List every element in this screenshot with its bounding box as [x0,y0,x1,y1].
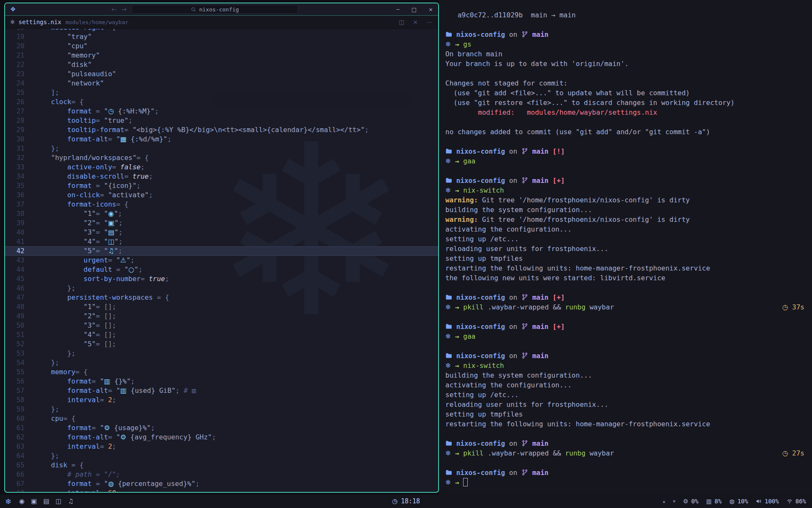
code-line-27[interactable]: 27 format = "◷ {:%H:%M}"; [5,107,438,116]
code-line-48[interactable]: 48 "1"= []; [5,302,438,312]
code-line-20[interactable]: 20 "cpu" [5,41,438,51]
code-line-65[interactable]: 65 disk = { [5,461,438,470]
code-line-52[interactable]: 52 "5"= []; [5,340,438,349]
code-line-66[interactable]: 66 # path = "/"; [5,470,438,479]
line-text: # path = "/"; [35,470,120,479]
code-line-39[interactable]: 39 "2"= "▣"; [5,218,438,228]
maximize-button[interactable]: □ [411,6,417,13]
code-line-18[interactable]: 18 modules-right= [ [5,29,438,32]
code-line-53[interactable]: 53 }; [5,349,438,358]
code-line-34[interactable]: 34 disable-scroll= true; [5,172,438,181]
code-line-24[interactable]: 24 "network" [5,79,438,88]
clock-time: 18:18 [401,497,420,505]
cpu-module[interactable]: ⚙0% [683,498,698,505]
close-button[interactable]: × [428,6,433,13]
code-line-19[interactable]: 19 "tray" [5,32,438,41]
code-line-37[interactable]: 37 format-icons= { [5,200,438,209]
code-line-54[interactable]: 54 }; [5,358,438,367]
code-line-51[interactable]: 51 "4"= []; [5,330,438,340]
memory-module[interactable]: ▥8% [706,498,721,505]
code-line-43[interactable]: 43 urgent= "⚠"; [5,256,438,265]
tray-icon-1[interactable]: ▴ [663,498,665,504]
clock-module[interactable]: ◷ 18:18 [392,497,420,505]
line-number: 44 [5,265,25,274]
terminal-line [445,458,806,468]
more-options-icon[interactable]: ⋯ [426,19,432,25]
code-line-68[interactable]: 68 interval= 60; [5,489,438,492]
code-line-38[interactable]: 38 "1"= "◉"; [5,209,438,218]
terminal-line: ❄ → gaa [445,156,806,166]
line-number: 25 [5,88,25,97]
split-editor-icon[interactable]: ◫ [399,19,404,25]
code-line-25[interactable]: 25 ]; [5,88,438,97]
minimize-button[interactable]: ─ [396,6,400,13]
code-line-67[interactable]: 67 format = "◍ {percentage_used}%"; [5,479,438,489]
code-line-57[interactable]: 57 format-alt= "▥ {used} GiB"; # ▥ [5,386,438,395]
code-area[interactable]: 18 modules-right= [19 "tray"20 "cpu"21 "… [5,29,438,492]
network-value: 86% [796,498,806,505]
line-number: 39 [5,218,25,228]
back-icon[interactable]: ← [111,6,116,13]
tab-close-icon[interactable]: × [413,19,418,25]
terminal-line: warning: Git tree '/home/frostphoenix/ni… [445,195,806,205]
code-line-64[interactable]: 64 }; [5,451,438,461]
flake-icon: ❄ [445,362,451,370]
code-line-30[interactable]: 30 format-alt= "▦ {:%d/%m}"; [5,135,438,144]
line-text: urgent= "⚠"; [35,256,134,265]
disk-module[interactable]: ◍10% [729,498,748,505]
code-line-50[interactable]: 50 "3"= []; [5,321,438,330]
line-text: "hyprland/workspaces"= { [35,153,149,163]
workspace-1[interactable]: ◉ [19,497,25,505]
command-duration: ◷ 37s [782,302,805,312]
line-number: 32 [5,153,25,163]
code-line-60[interactable]: 60 cpu= { [5,414,438,423]
pulseaudio-module[interactable]: 100% [756,498,779,505]
tab-settings-nix[interactable]: ❄ settings.nix modules/home/waybar [10,19,129,25]
line-number: 26 [5,97,25,107]
search-icon [191,7,196,12]
network-module[interactable]: 86% [787,498,806,505]
project-search[interactable]: nixos-config [132,5,298,14]
code-line-33[interactable]: 33 active-only= false; [5,163,438,172]
code-line-23[interactable]: 23 "pulseaudio" [5,69,438,79]
code-line-40[interactable]: 40 "3"= "▤"; [5,228,438,237]
flake-icon: ❄ [445,186,451,194]
line-number: 43 [5,256,25,265]
workspace-2[interactable]: ▣ [31,497,37,505]
code-line-46[interactable]: 46 }; [5,284,438,293]
code-line-21[interactable]: 21 "memory" [5,51,438,60]
code-line-61[interactable]: 61 format= "⚙ {usage}%"; [5,423,438,433]
code-line-29[interactable]: 29 tooltip-format= "<big>{:%Y %B}</big>\… [5,125,438,135]
nixos-flake-icon[interactable]: ❄ [5,497,11,506]
code-line-62[interactable]: 62 format-alt= "⚙ {avg_frequency} GHz"; [5,433,438,442]
code-line-49[interactable]: 49 "2"= []; [5,312,438,321]
code-line-47[interactable]: 47 persistent-workspaces = { [5,293,438,302]
workspace-5[interactable]: ♫ [68,497,74,505]
line-text: "1"= []; [35,302,116,312]
code-line-22[interactable]: 22 "disk" [5,60,438,69]
code-line-58[interactable]: 58 interval= 2; [5,395,438,405]
code-line-26[interactable]: 26 clock= { [5,97,438,107]
line-number: 40 [5,228,25,237]
code-line-44[interactable]: 44 default = "○"; [5,265,438,274]
code-line-59[interactable]: 59 }; [5,405,438,414]
code-line-32[interactable]: 32 "hyprland/workspaces"= { [5,153,438,163]
code-line-36[interactable]: 36 on-click= "activate"; [5,190,438,200]
code-line-63[interactable]: 63 interval= 2; [5,442,438,451]
code-line-35[interactable]: 35 format = "{icon}"; [5,181,438,190]
workspace-3[interactable]: ▤ [43,497,49,505]
workspace-4[interactable]: ◫ [56,497,62,505]
tray-icon-2[interactable]: ▾ [673,498,675,504]
line-text: format-alt= "⚙ {avg_frequency} GHz"; [35,433,216,442]
terminal-line: ❄ → gs [445,39,806,49]
code-line-56[interactable]: 56 format= "▥ {}%"; [5,377,438,386]
forward-icon[interactable]: → [121,6,126,13]
code-line-41[interactable]: 41 "4"= "◫"; [5,237,438,246]
code-line-31[interactable]: 31 }; [5,144,438,153]
code-line-55[interactable]: 55 memory= { [5,367,438,377]
terminal-window[interactable]: a9c0c72..d11029b main → main nixos-confi… [439,0,812,494]
code-line-28[interactable]: 28 tooltip= "true"; [5,116,438,125]
code-line-45[interactable]: 45 sort-by-number= true; [5,274,438,284]
line-number: 62 [5,433,25,442]
code-line-42[interactable]: 42 "5"= "♫"; [5,246,438,256]
